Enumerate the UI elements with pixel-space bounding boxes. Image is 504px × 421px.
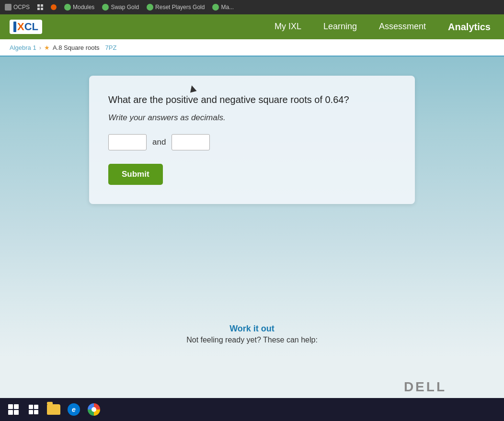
breadcrumb-bar: Algebra 1 › ★ A.8 Square roots 7PZ (0, 39, 504, 57)
nav-bar: XCL My IXL Learning Assessment Analytics (0, 14, 504, 39)
svg-rect-2 (29, 410, 33, 414)
toolbar-modules[interactable]: Modules (64, 4, 94, 11)
breadcrumb-separator: › (39, 44, 41, 51)
answer-row: and (108, 134, 396, 150)
logo-bar (13, 22, 16, 32)
nav-assessment[interactable]: Assessment (375, 20, 430, 34)
breadcrumb-parent[interactable]: Algebra 1 (10, 44, 36, 51)
breadcrumb-current: A.8 Square roots (53, 44, 100, 51)
grid-icon (37, 4, 43, 10)
svg-rect-0 (29, 405, 33, 409)
not-ready-text: Not feeling ready yet? These can help: (186, 336, 318, 344)
svg-rect-1 (34, 405, 38, 409)
folder-icon (47, 404, 60, 415)
nav-my-ixl[interactable]: My IXL (271, 20, 305, 34)
taskbar: e (0, 398, 504, 421)
question-card: What are the positive and negative squar… (89, 76, 415, 204)
toolbar-grid-icon[interactable] (37, 4, 43, 10)
toolbar-ocps[interactable]: OCPS (5, 4, 30, 11)
taskbar-edge-icon[interactable]: e (66, 402, 81, 417)
toolbar-ma[interactable]: Ma... (212, 4, 234, 11)
question-text: What are the positive and negative squar… (108, 93, 396, 106)
main-content: What are the positive and negative squar… (0, 57, 504, 214)
breadcrumb-code[interactable]: 7PZ (105, 44, 117, 51)
logo-text: XCL (17, 21, 38, 33)
nav-analytics[interactable]: Analytics (444, 20, 494, 34)
answer-input-1[interactable] (108, 134, 147, 150)
edge-icon: e (68, 403, 80, 416)
work-it-out-link[interactable]: Work it out (229, 324, 275, 333)
and-label: and (152, 137, 166, 147)
ixl-logo[interactable]: XCL (10, 20, 42, 34)
ma-icon (212, 4, 219, 11)
breadcrumb-star-icon: ★ (44, 44, 50, 51)
taskbar-chrome-icon[interactable] (86, 402, 102, 417)
svg-rect-3 (34, 410, 38, 414)
dell-brand: DELL (404, 379, 447, 395)
reset-gold-icon (147, 4, 153, 11)
help-section: Work it out Not feeling ready yet? These… (186, 324, 318, 344)
dot-icon (51, 4, 57, 10)
chrome-icon (88, 403, 100, 416)
instruction-text: Write your answers as decimals. (108, 113, 396, 123)
modules-icon (64, 4, 71, 11)
windows-logo (8, 404, 19, 415)
toolbar-dot[interactable] (51, 4, 57, 10)
toolbar-reset-gold[interactable]: Reset Players Gold (147, 4, 205, 11)
taskbar-windows-icon[interactable] (6, 402, 21, 417)
extension-toolbar: OCPS Modules Swap Gold Reset Players Gol… (0, 0, 504, 14)
nav-learning[interactable]: Learning (320, 20, 361, 34)
submit-button[interactable]: Submit (108, 164, 163, 185)
answer-input-2[interactable] (172, 134, 210, 150)
taskbar-task-icon[interactable] (26, 402, 41, 417)
swap-gold-icon (102, 4, 109, 11)
toolbar-swap-gold[interactable]: Swap Gold (102, 4, 139, 11)
task-view-icon (28, 404, 39, 415)
ocps-icon (5, 4, 11, 11)
nav-links: My IXL Learning Assessment Analytics (271, 20, 494, 34)
taskbar-folder-icon[interactable] (46, 402, 61, 417)
